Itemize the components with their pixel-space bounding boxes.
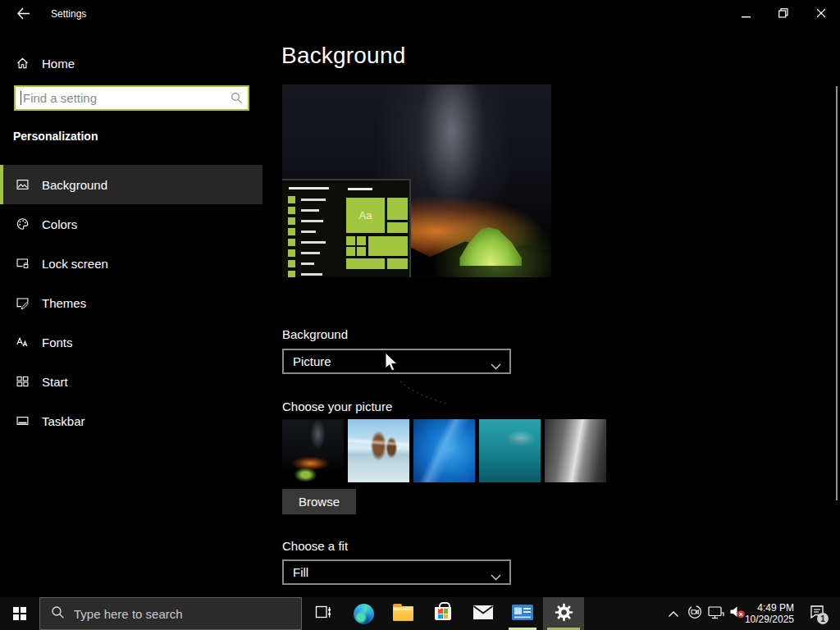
sidebar-item-label: Start — [42, 375, 68, 389]
tray-expand-button[interactable] — [663, 597, 684, 630]
clock-date: 10/29/2025 — [745, 614, 794, 625]
start-button[interactable] — [0, 597, 39, 630]
open-app-window-button[interactable] — [504, 597, 541, 630]
window-controls — [727, 0, 840, 28]
sidebar-item-start[interactable]: Start — [0, 362, 262, 401]
chevron-up-icon — [668, 606, 679, 621]
sidebar-item-label: Fonts — [42, 336, 73, 349]
sidebar-section-heading: Personalization — [13, 130, 98, 143]
store-icon — [435, 607, 451, 620]
close-icon — [816, 7, 826, 21]
taskbar-icon — [15, 413, 30, 428]
background-type-dropdown[interactable]: Picture — [282, 349, 511, 374]
file-explorer-icon — [393, 606, 413, 621]
preview-tile — [387, 222, 408, 233]
meet-now-icon — [687, 605, 702, 623]
preview-menu-row — [288, 196, 340, 203]
task-view-button[interactable] — [305, 597, 341, 630]
chevron-down-icon — [491, 358, 501, 372]
close-button[interactable] — [802, 0, 840, 28]
sidebar-item-lock-screen[interactable]: Lock screen — [0, 244, 262, 283]
preview-tile — [346, 247, 355, 256]
sidebar-item-home[interactable]: Home — [0, 48, 262, 79]
background-type-value: Picture — [293, 354, 331, 368]
file-explorer-button[interactable] — [384, 597, 422, 630]
picture-thumbnail-2[interactable] — [348, 419, 409, 482]
back-button[interactable] — [7, 2, 39, 27]
minimize-button[interactable] — [727, 0, 765, 28]
settings-search — [14, 85, 249, 111]
meet-now-button[interactable] — [684, 597, 705, 630]
settings-app-button[interactable] — [543, 597, 584, 630]
mail-icon — [473, 605, 493, 623]
sidebar-item-colors[interactable]: Colors — [0, 204, 262, 244]
minimize-icon — [742, 7, 751, 21]
scrollbar-thumb[interactable] — [836, 86, 838, 500]
notification-badge: 1 — [817, 613, 829, 624]
preview-tile — [357, 247, 366, 256]
home-label: Home — [42, 57, 75, 71]
preview-menu-row — [288, 207, 340, 214]
preview-tile — [387, 198, 408, 220]
sidebar-item-label: Colors — [42, 217, 77, 231]
preview-menu-row — [288, 217, 340, 225]
settings-gear-icon — [555, 603, 573, 625]
sidebar-item-background[interactable]: Background — [0, 165, 262, 204]
sidebar-nav: Background Colors Lock screen Themes Fon… — [0, 165, 262, 441]
choose-fit-value: Fill — [293, 565, 308, 579]
background-dropdown-label: Background — [282, 327, 348, 341]
sidebar-item-taskbar[interactable]: Taskbar — [0, 401, 262, 441]
preview-tile-group: Aa — [346, 186, 410, 273]
preview-menu-row — [288, 271, 340, 277]
windows-logo-icon — [13, 607, 27, 621]
preview-tile — [346, 258, 385, 269]
preview-menu-title-line — [289, 187, 329, 189]
fonts-icon — [15, 335, 30, 349]
preview-tile — [357, 236, 366, 245]
microsoft-store-button[interactable] — [424, 597, 462, 630]
themes-icon — [15, 295, 30, 310]
picture-thumbnail-1[interactable] — [282, 419, 344, 482]
restore-button[interactable] — [765, 0, 802, 28]
window-title: Settings — [51, 8, 86, 20]
sidebar-item-themes[interactable]: Themes — [0, 283, 262, 322]
browse-button-label: Browse — [299, 495, 340, 509]
page-title: Background — [281, 43, 405, 69]
taskbar-search-placeholder: Type here to search — [74, 607, 183, 621]
home-icon — [15, 56, 30, 71]
preview-menu-row — [288, 239, 340, 246]
preview-tilegroup-title-line — [348, 188, 372, 190]
browse-button[interactable]: Browse — [282, 489, 356, 514]
preview-menu-row — [288, 249, 340, 257]
sidebar-item-fonts[interactable]: Fonts — [0, 322, 262, 362]
choose-fit-dropdown[interactable]: Fill — [282, 559, 511, 585]
task-view-icon — [315, 604, 332, 623]
picture-thumbnail-4[interactable] — [479, 419, 541, 482]
taskbar-search[interactable]: Type here to search — [39, 597, 302, 630]
app-window-icon — [512, 605, 533, 623]
preview-tile — [387, 258, 408, 269]
choose-picture-label: Choose your picture — [282, 399, 392, 413]
search-icon[interactable] — [231, 92, 243, 107]
picture-thumbnail-5[interactable] — [545, 419, 606, 482]
clock-time: 4:49 PM — [757, 602, 794, 614]
preview-menu-row — [288, 228, 340, 235]
settings-search-input[interactable] — [14, 85, 249, 111]
preview-start-menu-overlay: Aa — [282, 179, 411, 277]
edge-browser-button[interactable] — [345, 597, 382, 630]
start-tiles-icon — [15, 374, 30, 389]
choose-fit-label: Choose a fit — [282, 539, 348, 553]
restore-icon — [778, 7, 788, 21]
background-icon — [15, 177, 30, 192]
mail-button[interactable] — [464, 597, 502, 630]
selected-accent-bar — [0, 165, 3, 204]
text-caret — [21, 91, 21, 105]
action-center-button[interactable]: 1 — [799, 597, 835, 630]
picture-thumbnail-3[interactable] — [413, 419, 475, 482]
ethernet-icon — [708, 605, 724, 623]
preview-aa-tile: Aa — [346, 198, 385, 233]
taskbar-clock[interactable]: 4:49 PM 10/29/2025 — [743, 597, 796, 630]
preview-menu-list — [288, 186, 340, 277]
taskbar-search-icon — [51, 605, 65, 623]
network-status-icon[interactable] — [705, 597, 727, 630]
